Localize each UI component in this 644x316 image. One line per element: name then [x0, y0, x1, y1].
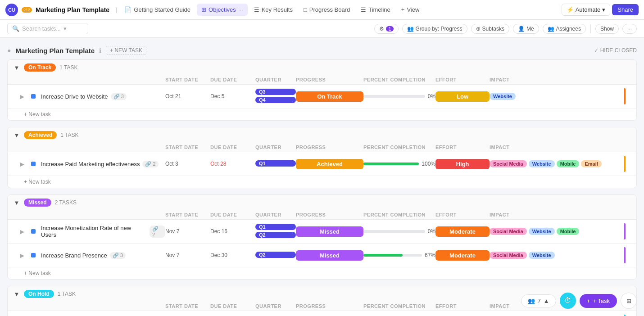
add-task-fab[interactable]: + + Task — [580, 294, 617, 308]
task-expand-icon[interactable]: ▶ — [13, 228, 31, 235]
assignees-pill[interactable]: 👥 Assignees — [543, 24, 586, 34]
progress-bar-bg — [363, 95, 425, 98]
group-by-pill[interactable]: 👥 Group by: Progress — [402, 24, 467, 34]
info-icon[interactable]: ℹ — [99, 47, 101, 54]
progress-badge: Missed — [296, 250, 363, 261]
table-row: ▶ Increase Monetization Rate of new User… — [8, 220, 636, 244]
group-icon: 👥 — [407, 26, 414, 32]
col-effort: EFFORT — [435, 144, 490, 150]
impact-tag: Website — [529, 228, 555, 235]
impact-tag: Mobile — [557, 228, 580, 235]
tab-add-view[interactable]: + View — [397, 4, 424, 16]
col-progress: PROGRESS — [296, 144, 363, 150]
col-effort: EFFORT — [435, 303, 490, 309]
task-quarters: Q3Q4 — [255, 89, 296, 104]
task-expand-icon[interactable]: ▶ — [13, 93, 31, 100]
plus-task-icon: + — [587, 298, 590, 304]
collapse-all-icon[interactable]: ● — [7, 47, 11, 54]
progress-bar-bg — [363, 163, 419, 165]
col-quarter: QUARTER — [255, 212, 296, 217]
subtask-count: 🔗 3 — [111, 93, 127, 100]
chevron-icon[interactable]: ▼ — [13, 290, 20, 298]
col-name — [31, 77, 165, 82]
tab-getting-started[interactable]: 📄 Getting Started Guide — [120, 4, 195, 16]
members-icon: 👥 — [528, 298, 535, 304]
effort-badge: Low — [435, 91, 490, 102]
hide-closed-button[interactable]: ✓ HIDE CLOSED — [594, 47, 637, 54]
progress-badge: Achieved — [296, 159, 363, 169]
progress-badge: Missed — [296, 226, 363, 237]
subtasks-pill[interactable]: ⊕ Subtasks — [471, 24, 509, 34]
new-task-link-achieved[interactable]: + New task — [18, 176, 636, 188]
row-accent — [624, 223, 626, 239]
group-header-missed[interactable]: ▼ Missed 2 TASKS — [8, 195, 636, 210]
search-dropdown-icon[interactable]: ▾ — [63, 25, 67, 32]
col-start-date: START DATE — [165, 77, 210, 82]
task-progress-cell: Missed — [296, 226, 363, 237]
effort-badge: Moderate — [435, 226, 490, 237]
grid-view-fab[interactable]: ⊞ — [621, 293, 637, 309]
table-row: ▶ Increase Paid Marketing effectiveness … — [8, 152, 636, 176]
task-percent-cell: 67% — [363, 252, 435, 258]
more-options-pill[interactable]: ··· — [622, 24, 637, 34]
filter-pill[interactable]: ⚙ 1 — [374, 24, 398, 34]
impact-tag: Website — [490, 93, 516, 100]
search-input[interactable]: Search tasks... — [22, 25, 61, 32]
project-title: Marketing Plan Template — [15, 47, 95, 54]
task-expand-icon[interactable]: ▶ — [13, 161, 31, 167]
subtasks-icon: ⊕ — [476, 26, 481, 32]
search-box[interactable]: 🔍 Search tasks... ▾ — [7, 23, 88, 34]
chevron-icon[interactable]: ▼ — [13, 199, 20, 206]
new-task-link-missed[interactable]: + New task — [18, 267, 636, 279]
group-header-ontrack[interactable]: ▼ On Track 1 TASK — [8, 60, 636, 75]
task-name-cell: Increase Paid Marketing effectiveness 🔗 … — [31, 161, 165, 167]
chevron-icon[interactable]: ▼ — [13, 64, 20, 71]
subtask-count: 🔗 3 — [110, 252, 126, 259]
task-name-text[interactable]: Increase Drive to Website — [41, 93, 108, 100]
chevron-icon[interactable]: ▼ — [13, 131, 20, 139]
notification-badge[interactable]: 212 — [22, 7, 32, 13]
new-task-header-button[interactable]: + NEW TASK — [106, 46, 146, 55]
task-expand-icon[interactable]: ▶ — [13, 252, 31, 259]
timer-fab[interactable]: ⏱ — [560, 293, 576, 309]
grid-icon: ⊞ — [201, 6, 206, 13]
me-pill[interactable]: 👤 Me — [513, 24, 539, 34]
task-percent-cell: 0% — [363, 228, 435, 235]
progress-bar-fill — [363, 163, 419, 165]
plus-icon: + — [401, 6, 405, 13]
tab-progress-board[interactable]: □ Progress Board — [299, 4, 354, 16]
table-row: ▶ Increase Brand Presence 🔗 3 Nov 7 Dec … — [8, 244, 636, 267]
progress-badge: On Track — [296, 91, 363, 102]
filter-icon: ⚙ — [379, 26, 384, 32]
new-task-link-ontrack[interactable]: + New task — [18, 108, 636, 120]
col-progress: PROGRESS — [296, 212, 363, 217]
col-percent: PERCENT COMPLETION — [363, 77, 435, 82]
col-percent: PERCENT COMPLETION — [363, 212, 435, 217]
column-headers: START DATE DUE DATE QUARTER PROGRESS PER… — [8, 75, 636, 85]
impact-tag: Social Media — [490, 228, 527, 235]
share-button[interactable]: Share — [612, 4, 639, 15]
col-impact: IMPACT — [490, 77, 624, 82]
task-progress-cell: Missed — [296, 250, 363, 261]
task-name-text[interactable]: Increase Paid Marketing effectiveness — [41, 161, 140, 167]
group-badge-achieved: Achieved — [24, 131, 57, 139]
chevron-up-icon: ▲ — [544, 298, 549, 304]
task-name-text[interactable]: Increase Brand Presence — [41, 252, 107, 259]
group-header-achieved[interactable]: ▼ Achieved 1 TASK — [8, 127, 636, 143]
table-row: ▶ Brand Launch 🔗 2 Nov 28 Dec 23 Q3 On H… — [8, 311, 636, 316]
table-row: ▶ Increase Drive to Website 🔗 3 Oct 21 D… — [8, 85, 636, 108]
board-icon: □ — [304, 6, 307, 13]
task-color-dot — [31, 253, 36, 257]
toolbar: 🔍 Search tasks... ▾ ⚙ 1 👥 Group by: Prog… — [0, 20, 644, 38]
tab-objectives[interactable]: ⊞ Objectives ··· — [197, 4, 248, 16]
member-count-fab[interactable]: 👥 7 ▲ — [521, 294, 556, 307]
list-icon: ☰ — [254, 6, 259, 13]
impact-tag: Mobile — [557, 160, 580, 167]
col-quarter: QUARTER — [255, 144, 296, 150]
automate-button[interactable]: ⚡ Automate ▾ — [562, 4, 611, 16]
tab-key-results[interactable]: ☰ Key Results — [249, 4, 297, 16]
effort-badge: High — [435, 159, 490, 169]
tab-timeline[interactable]: ☰ Timeline — [356, 4, 395, 16]
task-name-text[interactable]: Increase Monetization Rate of new Users — [41, 225, 147, 238]
show-pill[interactable]: Show — [595, 24, 619, 34]
